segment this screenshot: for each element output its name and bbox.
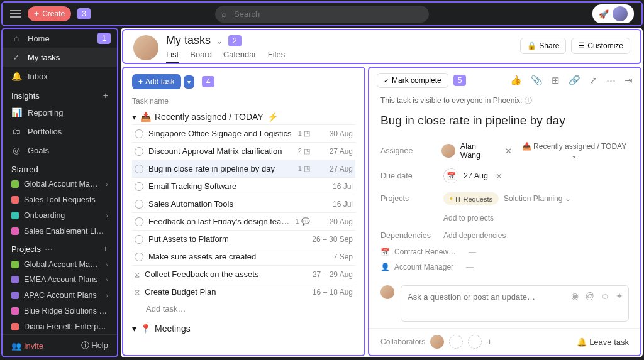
leave-task-button[interactable]: 🔔 Leave task bbox=[577, 337, 629, 347]
task-row[interactable]: Email Tracking Software16 Jul bbox=[132, 177, 355, 195]
project-chip[interactable]: Solution Planning ⌄ bbox=[504, 194, 571, 203]
nav-home[interactable]: ⌂ Home 1 bbox=[3, 29, 117, 48]
nav-inbox[interactable]: 🔔 Inbox bbox=[3, 67, 117, 85]
tour-tag-2: 2 bbox=[228, 35, 242, 46]
fullscreen-icon[interactable]: ⤢ bbox=[589, 75, 597, 86]
record-icon[interactable]: ◉ bbox=[571, 291, 579, 301]
chevron-down-icon: ▾ bbox=[132, 112, 136, 122]
tour-tag-3: 3 bbox=[77, 8, 91, 19]
task-title: Bug in close rate in pipeline by day bbox=[148, 164, 293, 173]
folder-icon: 🗂 bbox=[11, 126, 21, 136]
search-input[interactable] bbox=[215, 6, 429, 23]
remove-date-icon[interactable]: ✕ bbox=[493, 172, 505, 181]
avatar bbox=[613, 6, 628, 21]
add-dependencies[interactable]: Add dependencies bbox=[443, 231, 506, 240]
nav-portfolios[interactable]: 🗂Portfolios bbox=[3, 122, 117, 141]
project-item[interactable]: EMEA Account Plans› bbox=[3, 272, 117, 288]
task-row[interactable]: Feedback on last Friday's design team pr… bbox=[132, 212, 355, 230]
invite-button[interactable]: 👥 Invite bbox=[11, 341, 43, 351]
check-circle[interactable] bbox=[135, 235, 143, 244]
starred-item[interactable]: Onboarding› bbox=[3, 208, 117, 224]
task-date: 27 Aug bbox=[315, 147, 353, 156]
add-task-button[interactable]: Add task bbox=[132, 74, 181, 89]
add-task-inline[interactable]: Add task… bbox=[132, 300, 355, 317]
starred-item[interactable]: Sales Enablement Library bbox=[3, 223, 117, 239]
due-date[interactable]: 27 Aug bbox=[464, 172, 488, 180]
nav-mytasks[interactable]: ✓ My tasks bbox=[3, 48, 117, 67]
upgrade-pill[interactable]: 🚀 bbox=[592, 4, 634, 23]
plus-icon[interactable]: + bbox=[487, 337, 492, 347]
check-circle[interactable] bbox=[135, 182, 143, 191]
check-circle[interactable] bbox=[135, 147, 143, 156]
task-row[interactable]: Singapore Office Signage and Logistics1 … bbox=[132, 124, 355, 142]
lightning-icon: ⚡ bbox=[267, 112, 278, 122]
chevron-down-icon[interactable]: ⌄ bbox=[216, 36, 223, 46]
close-icon[interactable]: ⇥ bbox=[625, 75, 633, 86]
tab-board[interactable]: Board bbox=[190, 50, 212, 63]
starred-item[interactable]: Sales Tool Requests bbox=[3, 192, 117, 208]
create-button[interactable]: Create bbox=[28, 6, 71, 21]
add-to-projects[interactable]: Add to projects bbox=[443, 214, 494, 222]
task-row[interactable]: ⧖Collect Feedback on the assets27 – 29 A… bbox=[132, 265, 355, 283]
info-icon[interactable]: ⓘ bbox=[525, 96, 532, 105]
customize-button[interactable]: ☰ Customize bbox=[571, 38, 630, 54]
task-row[interactable]: Sales Automation Tools16 Jul bbox=[132, 195, 355, 212]
add-collaborator[interactable] bbox=[468, 335, 482, 349]
thumbs-up-icon[interactable]: 👍 bbox=[510, 75, 522, 86]
help-button[interactable]: ⓘ Help bbox=[81, 340, 108, 351]
avatar[interactable] bbox=[430, 335, 444, 349]
bell-icon: 🔔 bbox=[11, 71, 21, 81]
task-date: 16 – 18 Aug bbox=[313, 288, 353, 297]
person-icon: 👤 bbox=[380, 263, 389, 271]
task-row[interactable]: Make sure assets are created7 Sep bbox=[132, 248, 355, 265]
check-circle[interactable] bbox=[135, 165, 143, 173]
project-item[interactable]: Diana Frenell: Enterprise… bbox=[3, 319, 117, 334]
emoji-icon[interactable]: ☺ bbox=[601, 291, 609, 301]
task-row[interactable]: Put Assets to Platform26 – 30 Sep bbox=[132, 230, 355, 248]
link-icon[interactable]: 🔗 bbox=[569, 75, 580, 86]
subtask-icon[interactable]: ⊞ bbox=[552, 75, 560, 86]
mark-complete-button[interactable]: Mark complete bbox=[377, 73, 448, 88]
plus-icon[interactable]: + bbox=[103, 244, 108, 254]
visibility-text: This task is visible to everyone in Phoe… bbox=[380, 95, 629, 106]
add-task-dropdown[interactable]: ▾ bbox=[184, 75, 194, 89]
search-wrap bbox=[215, 6, 429, 23]
remove-assignee-icon[interactable]: ✕ bbox=[502, 146, 514, 156]
project-item[interactable]: Blue Ridge Solutions - A… bbox=[3, 303, 117, 319]
calendar-icon[interactable]: 📅 bbox=[443, 168, 458, 183]
share-button[interactable]: 🔒 Share bbox=[520, 38, 566, 54]
task-meta: 2 ◳ bbox=[298, 147, 310, 155]
tab-files[interactable]: Files bbox=[268, 50, 285, 63]
project-item[interactable]: Global Account Man…› bbox=[3, 256, 117, 272]
starred-item[interactable]: Global Account Man…› bbox=[3, 177, 117, 192]
check-circle[interactable] bbox=[135, 200, 143, 209]
tab-calendar[interactable]: Calendar bbox=[223, 50, 257, 63]
project-item[interactable]: APAC Account Plans› bbox=[3, 288, 117, 303]
plus-icon[interactable]: + bbox=[103, 90, 108, 101]
tab-list[interactable]: List bbox=[166, 50, 179, 63]
nav-goals[interactable]: ◎Goals bbox=[3, 141, 117, 160]
star-icon[interactable]: ✦ bbox=[616, 291, 623, 301]
check-circle[interactable] bbox=[135, 129, 143, 138]
task-row[interactable]: ⧖Create Budget Plan16 – 18 Aug bbox=[132, 283, 355, 300]
mention-icon[interactable]: @ bbox=[585, 291, 594, 301]
check-circle[interactable] bbox=[135, 217, 143, 226]
calendar-icon: 📅 bbox=[380, 248, 389, 256]
section-header[interactable]: ▾ 📍 Meetings bbox=[132, 324, 355, 334]
nav-reporting[interactable]: 📊Reporting bbox=[3, 103, 117, 122]
avatar bbox=[441, 144, 455, 158]
check-circle[interactable] bbox=[135, 253, 143, 261]
more-icon[interactable]: ⋯ bbox=[606, 75, 616, 86]
task-title: Feedback on last Friday's design team pr… bbox=[148, 217, 291, 226]
task-row[interactable]: Bug in close rate in pipeline by day1 ◳2… bbox=[132, 160, 355, 177]
add-collaborator[interactable] bbox=[449, 335, 463, 349]
comment-box[interactable]: ◉ @ ☺ ✦ bbox=[401, 285, 629, 322]
attachment-icon[interactable]: 📎 bbox=[531, 75, 543, 86]
section-selector[interactable]: 📥 Recently assigned / TODAY ⌄ bbox=[519, 142, 629, 160]
task-row[interactable]: Discount Approval Matrix clarification2 … bbox=[132, 142, 355, 160]
project-chip[interactable]: IT Requests bbox=[443, 192, 499, 205]
task-title[interactable]: Bug in close rate in pipeline by day bbox=[380, 114, 629, 128]
section-header[interactable]: ▾ 📥 Recently assigned / TODAY ⚡ bbox=[132, 112, 355, 122]
hamburger-icon[interactable] bbox=[10, 10, 21, 18]
assignee-name[interactable]: Alan Wang bbox=[460, 142, 497, 160]
